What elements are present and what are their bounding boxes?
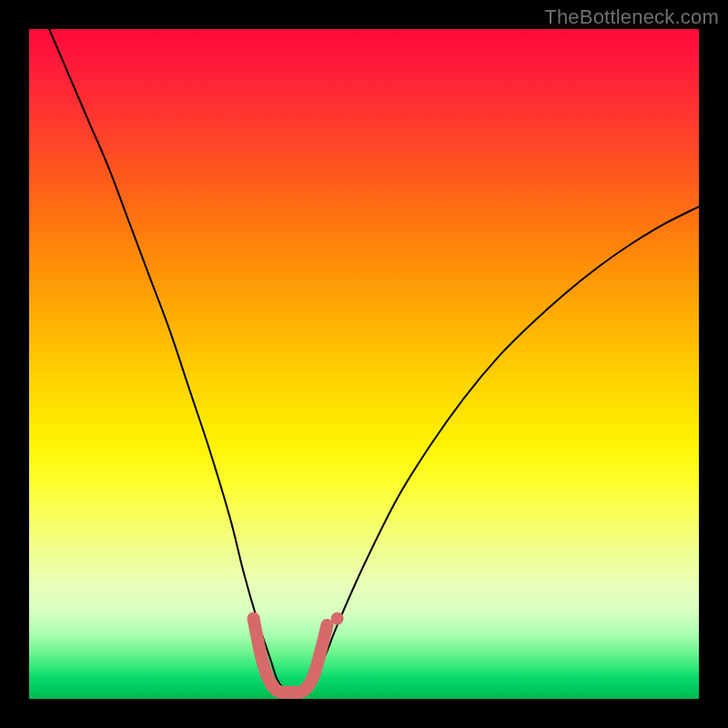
watermark-text: TheBottleneck.com — [544, 5, 719, 29]
marker-dot — [331, 612, 344, 625]
min-band-marker — [254, 619, 328, 693]
bottleneck-curve — [49, 29, 699, 693]
chart-frame: TheBottleneck.com — [0, 0, 728, 728]
chart-svg — [29, 29, 699, 699]
curve-layer — [49, 29, 699, 693]
